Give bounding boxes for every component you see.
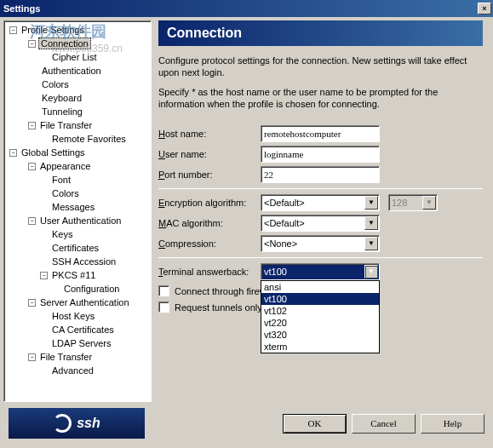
tree-advanced[interactable]: Advanced <box>50 365 95 376</box>
dropdown-option-ansi[interactable]: ansi <box>261 281 379 293</box>
tree-keyboard[interactable]: Keyboard <box>40 93 83 103</box>
tree-colors[interactable]: Colors <box>40 79 71 89</box>
ssh-ring-icon <box>53 414 72 433</box>
host-name-input[interactable] <box>261 125 380 142</box>
tunnels-checkbox[interactable] <box>158 302 169 313</box>
collapse-icon[interactable]: − <box>28 217 36 225</box>
chevron-down-icon: ▼ <box>364 196 378 210</box>
compression-select[interactable]: <None>▼ <box>261 235 380 252</box>
dropdown-option-vt220[interactable]: vt220 <box>261 317 379 329</box>
settings-tree[interactable]: −Profile Settings −Connection Cipher Lis… <box>3 20 152 402</box>
tree-ldap-servers[interactable]: LDAP Servers <box>50 338 113 348</box>
user-name-label: User name: <box>158 149 261 159</box>
dropdown-option-vt320[interactable]: vt320 <box>261 329 379 341</box>
description-1: Configure protocol settings for the conn… <box>158 55 483 79</box>
chevron-down-icon: ▼ <box>364 216 378 230</box>
tree-global-settings[interactable]: Global Settings <box>20 147 87 158</box>
terminal-select[interactable]: vt100▼ <box>261 263 380 280</box>
firewall-checkbox[interactable] <box>158 285 169 296</box>
port-number-label: Port number: <box>158 169 261 180</box>
tree-tunneling[interactable]: Tunneling <box>40 106 84 117</box>
tree-pkcs11[interactable]: PKCS #11 <box>50 270 97 280</box>
help-button[interactable]: Help <box>421 414 484 434</box>
collapse-icon[interactable]: − <box>28 353 36 361</box>
tree-server-auth[interactable]: Server Authentication <box>38 297 131 307</box>
terminal-dropdown[interactable]: ansi vt100 vt102 vt220 vt320 xterm <box>261 280 380 353</box>
dropdown-option-xterm[interactable]: xterm <box>261 341 379 353</box>
description-2: Specify * as the host name or the user n… <box>158 86 483 111</box>
tree-file-transfer2[interactable]: File Transfer <box>38 352 94 362</box>
footer: ssh OK Cancel Help <box>0 405 493 441</box>
tree-certificates[interactable]: Certificates <box>50 243 100 253</box>
tree-host-keys[interactable]: Host Keys <box>50 311 96 321</box>
tree-ca-certs[interactable]: CA Certificates <box>50 325 116 335</box>
tree-connection[interactable]: Connection <box>38 37 91 49</box>
tree-cipher-list[interactable]: Cipher List <box>50 52 99 62</box>
terminal-label: Terminal answerback: <box>158 267 261 277</box>
close-button[interactable]: × <box>478 3 491 14</box>
dropdown-option-vt102[interactable]: vt102 <box>261 305 379 317</box>
collapse-icon[interactable]: − <box>28 40 36 48</box>
tree-messages[interactable]: Messages <box>50 202 96 212</box>
compression-label: Compression: <box>158 238 261 249</box>
collapse-icon[interactable]: − <box>9 26 17 34</box>
tree-authentication[interactable]: Authentication <box>40 66 103 76</box>
tree-appearance[interactable]: Appearance <box>38 161 92 171</box>
cancel-button[interactable]: Cancel <box>352 414 416 434</box>
tree-remote-favorites[interactable]: Remote Favorites <box>50 134 128 144</box>
tree-profile-settings[interactable]: Profile Settings <box>20 25 86 35</box>
collapse-icon[interactable]: − <box>28 299 36 307</box>
key-length-select: 128▼ <box>388 194 438 211</box>
mac-label: MAC algorithm: <box>158 218 261 228</box>
mac-select[interactable]: <Default>▼ <box>261 215 380 232</box>
encryption-label: Encryption algorithm: <box>158 198 261 208</box>
port-number-input[interactable] <box>261 166 380 183</box>
window-title: Settings <box>3 3 40 14</box>
tree-font[interactable]: Font <box>50 175 72 185</box>
user-name-input[interactable] <box>261 146 380 163</box>
tree-user-auth[interactable]: User Authentication <box>38 215 123 226</box>
ok-button[interactable]: OK <box>283 414 347 434</box>
collapse-icon[interactable]: − <box>9 149 17 157</box>
main-panel: Connection Configure protocol settings f… <box>152 20 490 402</box>
chevron-down-icon: ▼ <box>364 265 378 279</box>
dropdown-option-vt100[interactable]: vt100 <box>261 293 379 305</box>
collapse-icon[interactable]: − <box>40 272 48 279</box>
tree-ssh-accession[interactable]: SSH Accession <box>50 256 118 267</box>
tree-configuration[interactable]: Configuration <box>62 284 121 294</box>
title-bar: Settings × <box>0 0 493 17</box>
collapse-icon[interactable]: − <box>28 122 36 129</box>
host-name-label: Host name: <box>158 129 261 139</box>
tree-keys[interactable]: Keys <box>50 229 74 239</box>
ssh-logo: ssh <box>9 408 145 439</box>
chevron-down-icon: ▼ <box>364 237 378 250</box>
panel-heading: Connection <box>158 20 483 46</box>
chevron-down-icon: ▼ <box>422 196 436 210</box>
tree-file-transfer[interactable]: File Transfer <box>38 120 94 130</box>
collapse-icon[interactable]: − <box>28 163 36 170</box>
encryption-select[interactable]: <Default>▼ <box>261 194 380 211</box>
tree-colors2[interactable]: Colors <box>50 188 81 198</box>
